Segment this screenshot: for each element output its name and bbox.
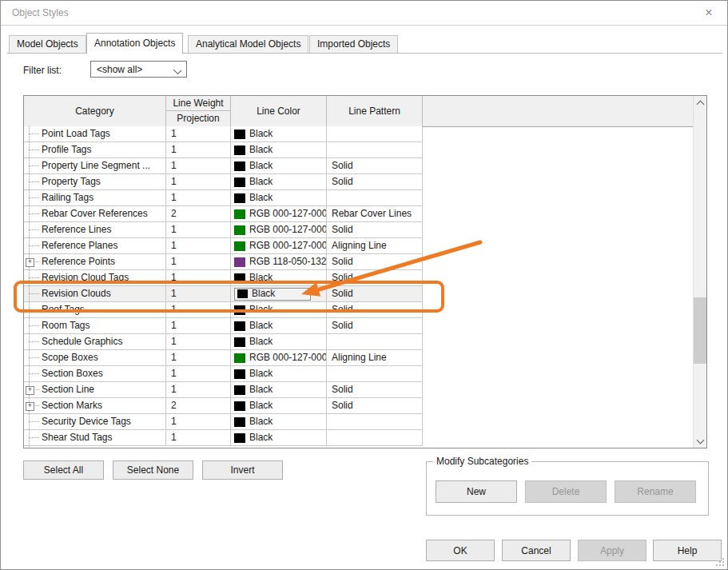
table-row[interactable]: Profile Tags 1 Black bbox=[24, 142, 423, 158]
tab-model-objects[interactable]: Model Objects bbox=[9, 35, 86, 53]
category-cell[interactable]: Reference Planes bbox=[24, 238, 166, 253]
help-button[interactable]: Help bbox=[653, 540, 722, 561]
table-row[interactable]: Section Boxes 1 Black bbox=[24, 366, 423, 382]
table-row[interactable]: Shear Stud Tags 1 Black bbox=[24, 430, 423, 446]
category-cell[interactable]: Property Line Segment ... bbox=[24, 158, 166, 173]
weight-cell[interactable]: 1 bbox=[166, 430, 231, 445]
color-cell[interactable]: Black bbox=[231, 302, 327, 317]
table-row[interactable]: Roof Tags 1 Black Solid bbox=[24, 302, 423, 318]
pattern-cell[interactable] bbox=[327, 126, 423, 142]
tab-analytical-model-objects[interactable]: Analytical Model Objects bbox=[188, 35, 308, 53]
pattern-cell[interactable] bbox=[327, 430, 423, 445]
weight-cell[interactable]: 1 bbox=[166, 334, 231, 349]
pattern-cell[interactable]: Solid bbox=[327, 174, 423, 189]
table-row[interactable]: Point Load Tags 1 Black bbox=[24, 126, 423, 142]
weight-cell[interactable]: 1 bbox=[166, 254, 231, 269]
pattern-cell[interactable]: Solid bbox=[327, 254, 423, 269]
category-cell[interactable]: Shear Stud Tags bbox=[24, 430, 166, 445]
table-row[interactable]: Schedule Graphics 1 Black bbox=[24, 334, 423, 350]
weight-cell[interactable]: 1 bbox=[166, 286, 231, 301]
color-cell[interactable]: Black bbox=[231, 174, 327, 189]
weight-cell[interactable]: 1 bbox=[166, 366, 231, 381]
color-cell[interactable]: Black bbox=[231, 366, 327, 381]
select-none-button[interactable]: Select None bbox=[113, 460, 193, 480]
weight-cell[interactable]: 2 bbox=[166, 206, 231, 221]
table-row[interactable]: Revision Cloud Tags 1 Black Solid bbox=[24, 270, 423, 286]
pattern-cell[interactable]: Solid bbox=[327, 286, 423, 301]
pattern-cell[interactable]: Solid bbox=[327, 270, 423, 285]
weight-cell[interactable]: 1 bbox=[166, 414, 231, 429]
category-cell[interactable]: + Section Line bbox=[24, 382, 166, 397]
color-cell[interactable]: Black bbox=[231, 334, 327, 349]
category-cell[interactable]: + Reference Points bbox=[24, 254, 166, 269]
tab-imported-objects[interactable]: Imported Objects bbox=[309, 35, 398, 53]
tab-annotation-objects[interactable]: Annotation Objects bbox=[86, 33, 183, 54]
color-cell[interactable]: Black bbox=[231, 158, 327, 173]
pattern-cell[interactable] bbox=[327, 190, 423, 205]
close-icon[interactable]: × bbox=[700, 5, 718, 21]
color-cell[interactable]: Black bbox=[231, 382, 327, 397]
weight-cell[interactable]: 1 bbox=[166, 238, 231, 253]
expand-plus-icon[interactable]: + bbox=[26, 402, 34, 411]
pattern-cell[interactable]: Rebar Cover Lines bbox=[327, 206, 423, 221]
pattern-cell[interactable] bbox=[327, 334, 423, 349]
invert-button[interactable]: Invert bbox=[202, 460, 283, 480]
table-row[interactable]: Security Device Tags 1 Black bbox=[24, 414, 423, 430]
table-row[interactable]: Property Tags 1 Black Solid bbox=[24, 174, 423, 190]
weight-cell[interactable]: 1 bbox=[166, 318, 231, 333]
category-cell[interactable]: Section Boxes bbox=[24, 366, 166, 381]
category-cell[interactable]: Security Device Tags bbox=[24, 414, 166, 429]
pattern-cell[interactable]: Solid bbox=[327, 222, 423, 237]
pattern-cell[interactable] bbox=[327, 414, 423, 429]
table-row[interactable]: Railing Tags 1 Black bbox=[24, 190, 423, 206]
pattern-cell[interactable]: Aligning Line bbox=[327, 350, 423, 365]
scroll-up-icon[interactable] bbox=[694, 96, 707, 110]
color-cell[interactable]: Black bbox=[231, 414, 327, 429]
color-cell[interactable]: RGB 118-050-132 bbox=[231, 254, 327, 269]
expand-plus-icon[interactable]: + bbox=[26, 258, 34, 267]
weight-cell[interactable]: 1 bbox=[166, 126, 231, 142]
color-cell[interactable]: RGB 000-127-000 bbox=[231, 206, 327, 221]
pattern-cell[interactable]: Solid bbox=[327, 398, 423, 413]
weight-cell[interactable]: 1 bbox=[166, 142, 231, 157]
category-cell[interactable]: Scope Boxes bbox=[24, 350, 166, 365]
color-cell[interactable]: Black bbox=[231, 286, 327, 301]
table-scrollbar[interactable] bbox=[693, 96, 706, 448]
resize-grip[interactable] bbox=[714, 556, 724, 566]
weight-cell[interactable]: 1 bbox=[166, 382, 231, 397]
weight-cell[interactable]: 1 bbox=[166, 190, 231, 205]
color-cell[interactable]: Black bbox=[231, 318, 327, 333]
category-cell[interactable]: Property Tags bbox=[24, 174, 166, 189]
color-cell[interactable]: Black bbox=[231, 398, 327, 413]
pattern-cell[interactable]: Solid bbox=[327, 158, 423, 173]
expand-plus-icon[interactable]: + bbox=[26, 386, 34, 395]
new-button[interactable]: New bbox=[436, 480, 517, 503]
pattern-cell[interactable] bbox=[327, 366, 423, 381]
cancel-button[interactable]: Cancel bbox=[502, 540, 571, 561]
weight-cell[interactable]: 2 bbox=[166, 398, 231, 413]
color-cell[interactable]: Black bbox=[231, 142, 327, 157]
table-row[interactable]: + Reference Points 1 RGB 118-050-132 Sol… bbox=[24, 254, 423, 270]
color-cell[interactable]: Black bbox=[231, 430, 327, 445]
category-cell[interactable]: Reference Lines bbox=[24, 222, 166, 237]
pattern-cell[interactable]: Solid bbox=[327, 318, 423, 333]
weight-cell[interactable]: 1 bbox=[166, 302, 231, 317]
pattern-cell[interactable]: Solid bbox=[327, 382, 423, 397]
table-row[interactable]: Scope Boxes 1 RGB 000-127-000 Aligning L… bbox=[24, 350, 423, 366]
weight-cell[interactable]: 1 bbox=[166, 270, 231, 285]
table-row[interactable]: Reference Planes 1 RGB 000-127-000 Align… bbox=[24, 238, 423, 254]
scrollbar-thumb[interactable] bbox=[694, 297, 707, 364]
category-cell[interactable]: Profile Tags bbox=[24, 142, 166, 157]
category-cell[interactable]: Schedule Graphics bbox=[24, 334, 166, 349]
select-all-button[interactable]: Select All bbox=[23, 460, 104, 480]
color-cell[interactable]: RGB 000-127-000 bbox=[231, 350, 327, 365]
ok-button[interactable]: OK bbox=[426, 540, 495, 561]
category-cell[interactable]: Rebar Cover References bbox=[24, 206, 166, 221]
pattern-cell[interactable] bbox=[327, 142, 423, 157]
category-cell[interactable]: Roof Tags bbox=[24, 302, 166, 317]
pattern-cell[interactable]: Solid bbox=[327, 302, 423, 317]
category-cell[interactable]: Railing Tags bbox=[24, 190, 166, 205]
category-cell[interactable]: Revision Clouds bbox=[24, 286, 166, 301]
category-cell[interactable]: Room Tags bbox=[24, 318, 166, 333]
color-cell[interactable]: RGB 000-127-000 bbox=[231, 238, 327, 253]
